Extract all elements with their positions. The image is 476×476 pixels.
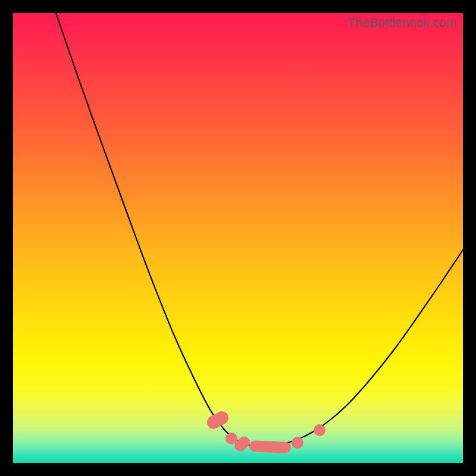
curve-marker-5 [314,424,325,436]
chart-frame: TheBottleneck.com [0,0,476,476]
curve-marker-4 [292,437,303,449]
chart-svg [13,13,463,463]
curve-marker-3 [249,440,292,453]
plot-area: TheBottleneck.com [13,13,463,463]
markers-group [205,409,325,453]
curve-marker-0 [205,409,231,431]
main-curve [56,13,463,446]
